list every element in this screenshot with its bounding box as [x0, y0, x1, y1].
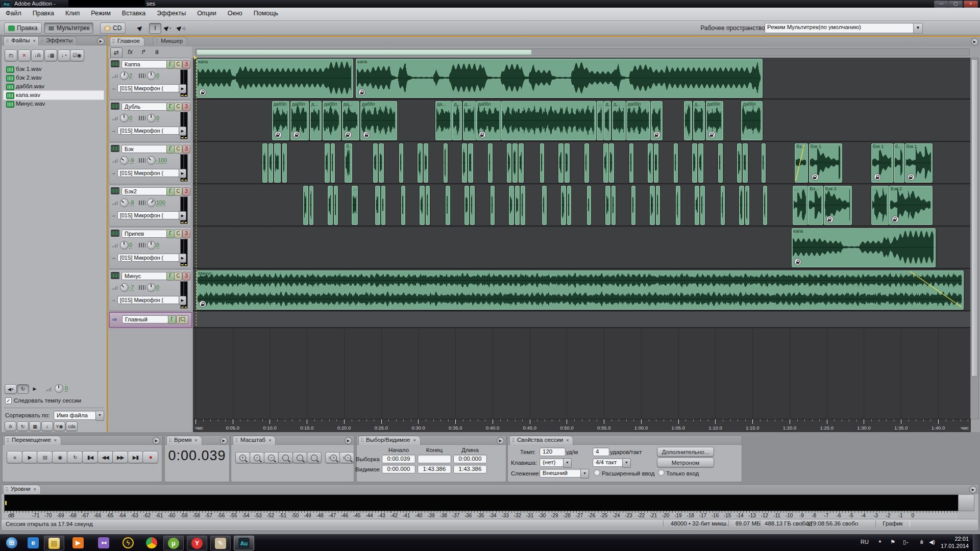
audio-clip-даббл[interactable]: даббл	[272, 101, 289, 140]
audio-clip[interactable]	[491, 186, 495, 225]
track-group-button[interactable]: Г	[166, 60, 175, 69]
audio-clip[interactable]	[509, 186, 514, 225]
audio-clip-даббл[interactable]: даббл	[476, 101, 501, 140]
track-input-select[interactable]: [01S] Микрофон (	[117, 84, 180, 92]
audio-clip[interactable]	[737, 143, 742, 183]
audio-clip[interactable]	[631, 186, 635, 225]
audio-clip-бэк 1[interactable]: бэк 1	[871, 143, 893, 183]
audio-clip-бэк 1[interactable]: бэк 1	[905, 143, 933, 183]
audio-clip-д...[interactable]: д...	[612, 101, 626, 140]
meter-side-control[interactable]	[958, 494, 974, 511]
meter-select[interactable]: 4/4 такт	[593, 458, 625, 467]
options-eye-icon[interactable]: ☑◉	[70, 49, 84, 61]
preview-autoplay-button[interactable]: ◀×	[5, 384, 17, 394]
audio-clip-да...[interactable]: да...	[342, 101, 359, 140]
audio-clip[interactable]	[743, 143, 748, 183]
audio-clip[interactable]	[611, 186, 616, 225]
zoom-full-button[interactable]: −	[264, 452, 279, 463]
scrollbar-thumb[interactable]	[971, 59, 978, 377]
multitrack-view-button[interactable]: Мультитрек	[44, 22, 93, 34]
hybrid-tool-icon[interactable]: ▶	[135, 23, 146, 33]
panel-menu-icon[interactable]: ▶	[497, 437, 504, 444]
menu-Окно[interactable]: Окно	[222, 8, 248, 20]
audio-clip[interactable]	[446, 186, 450, 225]
time-selection-tool-icon[interactable]: I	[149, 23, 161, 34]
audio-clip[interactable]	[399, 143, 403, 183]
audio-clip-даббл[interactable]: даббл	[706, 101, 723, 140]
menu-Вставка[interactable]: Вставка	[116, 8, 151, 20]
audio-clip[interactable]	[303, 186, 308, 225]
audio-clip[interactable]	[401, 186, 405, 225]
sort-select[interactable]: Имя файла	[54, 411, 98, 420]
track-pan-knob[interactable]	[147, 283, 156, 292]
track-name-field[interactable]: Дубль	[121, 103, 168, 111]
track-name-field[interactable]: Бэк2	[121, 187, 168, 195]
audio-clip[interactable]	[561, 186, 566, 225]
track-volume-knob[interactable]	[120, 71, 129, 80]
menu-Помощь[interactable]: Помощь	[248, 8, 284, 20]
track-name-field[interactable]: Бэк	[121, 145, 168, 153]
track-volume-value[interactable]: -8	[129, 200, 134, 206]
audio-clip[interactable]	[718, 143, 722, 183]
audio-clip[interactable]	[381, 186, 385, 225]
audio-clip[interactable]	[274, 143, 281, 183]
audio-clip[interactable]	[674, 143, 678, 183]
file-item[interactable]: бэк 1.wav	[4, 65, 104, 73]
track-pan-value[interactable]: 100	[156, 200, 165, 206]
tab-close-icon[interactable]: ×	[566, 438, 569, 443]
audio-clip[interactable]	[519, 143, 524, 183]
record-button[interactable]: ●	[142, 451, 158, 463]
audio-clip-Минус[interactable]: Минус	[197, 270, 964, 310]
selection-field[interactable]	[418, 455, 451, 463]
move-clip-tool-icon[interactable]: ▶+	[162, 23, 174, 33]
audio-clip-капа[interactable]: капа	[197, 59, 353, 98]
audio-clip-б...[interactable]: б...	[894, 143, 904, 183]
audio-clip[interactable]	[692, 143, 697, 183]
selection-field[interactable]: 0:00.039	[382, 455, 415, 463]
track-solo-button[interactable]: С	[174, 60, 182, 69]
audio-clip-...[interactable]: ...	[352, 186, 358, 225]
cd-view-button[interactable]: CD	[100, 22, 126, 34]
track-volume-knob[interactable]	[120, 241, 129, 249]
track-group-button[interactable]: Г	[166, 187, 175, 196]
panel-menu-icon[interactable]: ▶	[220, 437, 228, 444]
track-lane-Бэк[interactable]	[193, 142, 971, 184]
power-icon[interactable]: ▯⌁	[903, 539, 909, 545]
tab-session[interactable]: Свойства сессии×	[509, 436, 573, 445]
audio-clip[interactable]	[268, 143, 274, 183]
hidden-icons-icon[interactable]: ▲	[878, 539, 882, 543]
fx-rack-icon[interactable]: fx	[125, 47, 136, 57]
tab-selection[interactable]: Выбор/Видимое×	[358, 436, 421, 445]
audio-clip-...[interactable]: ...	[871, 186, 889, 225]
track-record-button[interactable]: З	[182, 230, 190, 238]
selection-field[interactable]: 0:00.000	[453, 455, 487, 463]
audio-clip[interactable]	[507, 143, 512, 183]
timeline-lanes[interactable]: капакападабблдабблд...дабблда...дабблда.…	[193, 58, 971, 419]
track-group-button[interactable]: Г	[166, 230, 175, 238]
audio-clip[interactable]	[464, 186, 470, 225]
file-item[interactable]: капа.wav	[4, 91, 104, 99]
track-record-button[interactable]: З	[182, 60, 190, 69]
audio-clip-б...[interactable]: б...	[345, 143, 352, 183]
workspace-select[interactable]: Режим Мультитрек(по умолчанию)	[765, 23, 914, 33]
follow-dropdown-arrow[interactable]: ▼	[580, 469, 589, 479]
audio-clip[interactable]	[651, 101, 663, 140]
filter-midi-icon[interactable]: ♪	[41, 421, 53, 431]
track-pan-value[interactable]: 0	[156, 242, 159, 248]
audio-clip[interactable]	[379, 143, 384, 183]
track-input-select[interactable]: [01S] Микрофон (	[117, 296, 180, 304]
audio-clip[interactable]	[515, 186, 520, 225]
filter-cda-icon[interactable]: cda	[66, 421, 78, 431]
audio-clip[interactable]	[587, 186, 591, 225]
audio-clip[interactable]	[654, 143, 659, 183]
track-input-select[interactable]: [01S] Микрофон (	[117, 254, 180, 262]
scrub-tool-icon[interactable]: ▶◁	[176, 23, 187, 33]
close-file-icon[interactable]: ✕	[18, 49, 31, 61]
follow-tempo-checkbox[interactable]: ✓	[5, 397, 12, 404]
audio-clip[interactable]	[418, 143, 423, 183]
track-input-select[interactable]: [01S] Микрофон (	[117, 211, 180, 219]
audio-clip[interactable]	[584, 143, 589, 183]
audio-clip[interactable]	[698, 143, 703, 183]
zoom-to-selection-button[interactable]	[278, 452, 293, 463]
audio-clip[interactable]	[567, 186, 571, 225]
